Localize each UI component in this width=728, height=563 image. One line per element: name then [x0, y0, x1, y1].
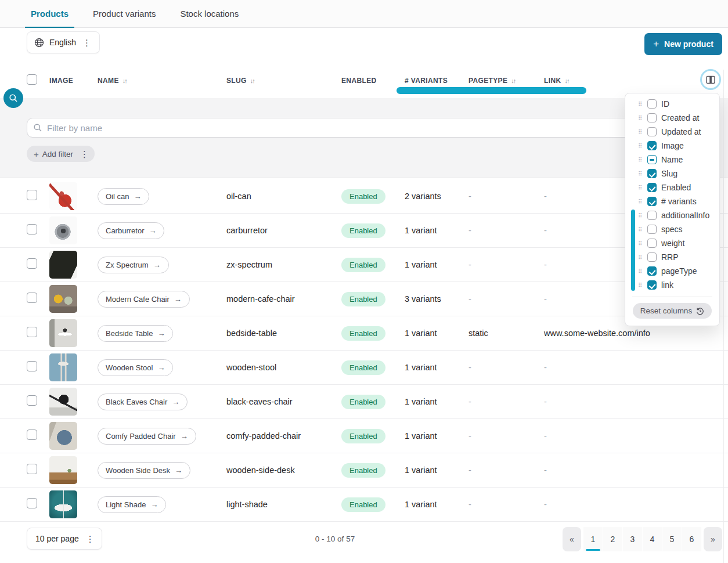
per-page-selector[interactable]: 10 per page ⋮ — [27, 528, 102, 550]
top-tabbar: Products Product variants Stock location… — [0, 0, 728, 28]
column-option-id[interactable]: ⠿ID — [625, 97, 719, 111]
header-pagetype[interactable]: PAGETYPE↓↑ — [468, 77, 544, 85]
column-option-variants[interactable]: ⠿# variants — [625, 194, 719, 208]
reset-columns-button[interactable]: Reset columns — [633, 303, 712, 319]
drag-handle-icon[interactable]: ⠿ — [638, 143, 643, 149]
column-option-weight[interactable]: ⠿weight — [625, 236, 719, 250]
prev-page-button[interactable]: « — [563, 527, 581, 551]
drag-handle-icon[interactable]: ⠿ — [638, 199, 643, 205]
search-fab-button[interactable] — [3, 88, 23, 108]
row-checkbox[interactable] — [27, 190, 37, 200]
product-name-link[interactable]: Light Shade→ — [98, 496, 166, 513]
link-cell: www.some-website.com/info — [544, 329, 728, 338]
language-menu-kebab-icon[interactable]: ⋮ — [81, 38, 92, 47]
column-option-link[interactable]: ⠿link — [625, 278, 719, 292]
column-checkbox[interactable] — [647, 127, 657, 136]
tab-stock-locations[interactable]: Stock locations — [174, 0, 244, 27]
drag-highlight-bar — [631, 210, 635, 291]
row-checkbox[interactable] — [27, 395, 37, 406]
column-checkbox[interactable] — [647, 113, 657, 122]
drag-handle-icon[interactable]: ⠿ — [638, 268, 643, 275]
drag-handle-icon[interactable]: ⠿ — [638, 171, 643, 177]
header-link[interactable]: LINK↓↑ — [544, 77, 728, 85]
language-selector[interactable]: English ⋮ — [27, 31, 100, 53]
add-filter-button[interactable]: + Add filter ⋮ — [27, 146, 95, 162]
header-enabled: ENABLED — [341, 77, 405, 85]
column-checkbox[interactable] — [647, 225, 657, 234]
column-checkbox[interactable] — [647, 211, 657, 220]
column-checkbox[interactable] — [647, 252, 657, 262]
column-option-image[interactable]: ⠿Image — [625, 139, 719, 153]
product-name-link[interactable]: Wooden Stool→ — [98, 359, 173, 376]
column-checkbox[interactable] — [647, 155, 657, 164]
column-option-additionalinfo[interactable]: ⠿additionalInfo — [625, 208, 719, 222]
drag-handle-icon[interactable]: ⠿ — [638, 254, 643, 261]
table-row: Wooden Stool→ wooden-stool Enabled 1 var… — [0, 351, 728, 385]
drag-handle-icon[interactable]: ⠿ — [638, 240, 643, 247]
drag-handle-icon[interactable]: ⠿ — [638, 129, 643, 135]
row-checkbox[interactable] — [27, 224, 37, 234]
page-button-3[interactable]: 3 — [623, 527, 642, 551]
product-name-link[interactable]: Zx Spectrum→ — [98, 257, 169, 273]
filter-by-name-input[interactable] — [47, 123, 713, 133]
row-checkbox[interactable] — [27, 258, 37, 269]
column-checkbox[interactable] — [647, 99, 657, 109]
slug-cell: modern-cafe-chair — [226, 294, 341, 304]
variants-cell: 1 variant — [405, 431, 468, 441]
product-name-link[interactable]: Bedside Table→ — [98, 325, 173, 342]
row-checkbox[interactable] — [27, 464, 37, 474]
row-checkbox[interactable] — [27, 498, 37, 508]
header-slug[interactable]: SLUG↓↑ — [226, 77, 341, 85]
page-button-4[interactable]: 4 — [643, 527, 662, 551]
column-option-rrp[interactable]: ⠿RRP — [625, 250, 719, 264]
column-checkbox[interactable] — [647, 141, 657, 150]
page-button-5[interactable]: 5 — [662, 527, 682, 551]
row-checkbox[interactable] — [27, 430, 37, 440]
drag-handle-icon[interactable]: ⠿ — [638, 101, 643, 107]
column-option-slug[interactable]: ⠿Slug — [625, 167, 719, 181]
row-checkbox[interactable] — [27, 361, 37, 371]
column-option-specs[interactable]: ⠿specs — [625, 222, 719, 236]
row-checkbox[interactable] — [27, 327, 37, 337]
column-checkbox[interactable] — [647, 183, 657, 192]
status-badge: Enabled — [341, 258, 385, 272]
filter-kebab-icon[interactable]: ⋮ — [79, 150, 90, 158]
product-name-link[interactable]: Comfy Padded Chair→ — [98, 428, 196, 445]
per-page-kebab-icon[interactable]: ⋮ — [85, 535, 96, 543]
drag-handle-icon[interactable]: ⠿ — [638, 226, 643, 233]
column-checkbox[interactable] — [647, 197, 657, 206]
arrow-right-icon: → — [150, 500, 158, 509]
drag-handle-icon[interactable]: ⠿ — [638, 115, 643, 121]
column-checkbox[interactable] — [647, 169, 657, 178]
page-button-1[interactable]: 1 — [583, 527, 603, 551]
column-option-pagetype[interactable]: ⠿pageType — [625, 264, 719, 278]
row-checkbox[interactable] — [27, 293, 37, 303]
column-checkbox[interactable] — [647, 280, 657, 290]
product-name-link[interactable]: Carburretor→ — [98, 222, 164, 239]
column-option-created-at[interactable]: ⠿Created at — [625, 111, 719, 125]
next-page-button[interactable]: » — [704, 527, 722, 551]
column-option-updated-at[interactable]: ⠿Updated at — [625, 125, 719, 139]
column-option-enabled[interactable]: ⠿Enabled — [625, 181, 719, 194]
link-cell: - — [544, 500, 728, 509]
tab-products[interactable]: Products — [25, 0, 74, 27]
drag-handle-icon[interactable]: ⠿ — [638, 157, 643, 163]
drag-handle-icon[interactable]: ⠿ — [638, 282, 643, 288]
drag-handle-icon[interactable]: ⠿ — [638, 212, 643, 219]
column-picker-button[interactable] — [702, 71, 719, 88]
column-option-name[interactable]: ⠿Name — [625, 153, 719, 167]
column-checkbox[interactable] — [647, 239, 657, 248]
product-name-link[interactable]: Black Eaves Chair→ — [98, 394, 188, 410]
select-all-checkbox[interactable] — [27, 74, 37, 85]
new-product-button[interactable]: + New product — [644, 33, 722, 55]
drag-handle-icon[interactable]: ⠿ — [638, 185, 643, 191]
column-checkbox[interactable] — [647, 266, 657, 276]
tab-product-variants[interactable]: Product variants — [87, 0, 161, 27]
header-name[interactable]: NAME↓↑ — [98, 77, 226, 85]
table-row: Comfy Padded Chair→ comfy-padded-chair E… — [0, 419, 728, 453]
product-name-link[interactable]: Oil can→ — [98, 188, 149, 205]
product-name-link[interactable]: Modern Cafe Chair→ — [98, 291, 190, 308]
page-button-2[interactable]: 2 — [603, 527, 622, 551]
page-button-6[interactable]: 6 — [682, 527, 701, 551]
product-name-link[interactable]: Wooden Side Desk→ — [98, 462, 190, 479]
